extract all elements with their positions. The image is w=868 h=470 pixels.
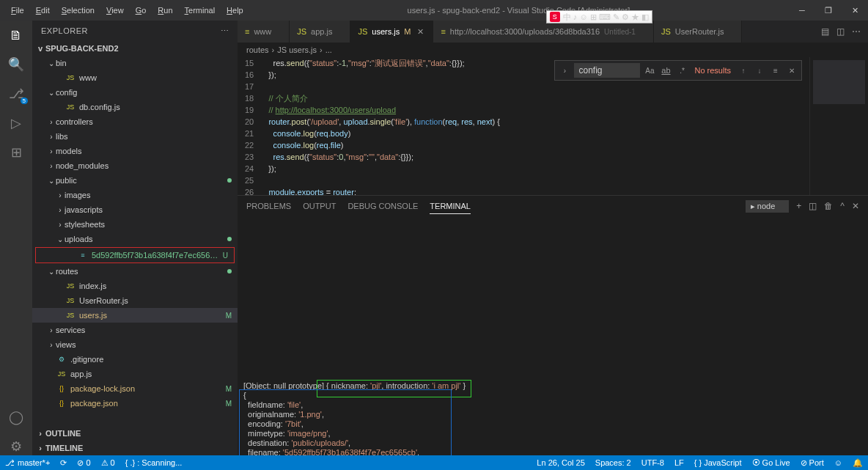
feedback-icon[interactable]: ☺ bbox=[829, 455, 847, 470]
tree-item-users-js[interactable]: JSusers.jsM bbox=[32, 308, 238, 323]
menu-view[interactable]: View bbox=[101, 3, 129, 18]
tree-item-userrouter-js[interactable]: JSUserRouter.js bbox=[32, 293, 238, 308]
close-button[interactable]: ✕ bbox=[842, 0, 868, 21]
prev-match-icon[interactable]: ↑ bbox=[737, 64, 750, 77]
accounts-icon[interactable]: ◯ bbox=[7, 408, 25, 426]
tab-www[interactable]: ≡www bbox=[238, 21, 290, 43]
ime-logo-icon: S bbox=[550, 12, 560, 22]
eol-status[interactable]: LF bbox=[669, 455, 689, 470]
branch-status[interactable]: ⎇ master*+ bbox=[0, 455, 55, 470]
menu-terminal[interactable]: Terminal bbox=[180, 3, 221, 18]
tree-item-bin[interactable]: ⌄bin bbox=[32, 56, 238, 70]
match-case-icon[interactable]: Aa bbox=[643, 64, 656, 77]
tree-item-package-json[interactable]: {}package.jsonM bbox=[32, 396, 238, 411]
tree-item-index-js[interactable]: JSindex.js bbox=[32, 279, 238, 293]
scan-status[interactable]: { .} : Scanning... bbox=[120, 455, 188, 470]
tree-item-public[interactable]: ⌄public bbox=[32, 173, 238, 188]
tree-item-www[interactable]: JSwww bbox=[32, 70, 238, 85]
tree-item-models[interactable]: ›models bbox=[32, 144, 238, 158]
tree-item-images[interactable]: ›images bbox=[32, 188, 238, 202]
kill-terminal-icon[interactable]: 🗑 bbox=[824, 201, 833, 211]
sidebar-title: EXPLORER bbox=[41, 26, 88, 35]
tree-item--gitignore[interactable]: ⚙.gitignore bbox=[32, 352, 238, 367]
tree-item-app-js[interactable]: JSapp.js bbox=[32, 367, 238, 381]
tab-app-js[interactable]: JSapp.js bbox=[290, 21, 350, 43]
menu-run[interactable]: Run bbox=[152, 3, 177, 18]
notifications-icon[interactable]: 🔔 bbox=[847, 455, 868, 470]
menu-file[interactable]: File bbox=[6, 3, 29, 18]
tree-item-controllers[interactable]: ›controllers bbox=[32, 114, 238, 129]
close-tab-icon[interactable]: ✕ bbox=[415, 26, 425, 37]
line-numbers: 15161718192021222324252627 bbox=[238, 57, 264, 195]
errors-status[interactable]: ⊘ 0 bbox=[72, 455, 95, 470]
tab-userrouter-js[interactable]: JSUserRouter.js bbox=[654, 21, 742, 43]
cursor-position[interactable]: Ln 26, Col 25 bbox=[532, 455, 589, 470]
menu-help[interactable]: Help bbox=[221, 3, 249, 18]
split-editor-icon[interactable]: ◫ bbox=[836, 26, 845, 37]
tree-item-db-config-js[interactable]: JSdb.config.js bbox=[32, 100, 238, 114]
new-terminal-icon[interactable]: + bbox=[796, 201, 801, 211]
extensions-icon[interactable]: ⊞ bbox=[7, 144, 25, 161]
encoding-status[interactable]: UTF-8 bbox=[636, 455, 669, 470]
terminal-output[interactable]: [Object: null prototype] { nickname: 'pj… bbox=[238, 216, 868, 455]
sync-button[interactable]: ⟳ bbox=[55, 455, 72, 470]
indent-status[interactable]: Spaces: 2 bbox=[590, 455, 636, 470]
split-terminal-icon[interactable]: ◫ bbox=[809, 201, 817, 211]
more-actions-icon[interactable]: ⋯ bbox=[852, 26, 861, 37]
editor-actions-icon[interactable]: ▤ bbox=[821, 26, 829, 37]
ime-toolbar[interactable]: S 中 ♪ ☺ ⊞ ⌨ ✎ ⚙ ★ ◧ bbox=[546, 10, 652, 23]
tree-item-libs[interactable]: ›libs bbox=[32, 129, 238, 144]
tree-item-config[interactable]: ⌄config bbox=[32, 85, 238, 100]
tree-item-services[interactable]: ›services bbox=[32, 323, 238, 337]
timeline-section-header[interactable]: ›TIMELINE bbox=[32, 441, 238, 455]
search-icon[interactable]: 🔍 bbox=[7, 56, 25, 73]
tab-users-js[interactable]: JSusers.jsM✕ bbox=[350, 21, 433, 43]
next-match-icon[interactable]: ↓ bbox=[753, 64, 766, 77]
outline-section-header[interactable]: ›OUTLINE bbox=[32, 426, 238, 441]
port-status[interactable]: ⊘ Port bbox=[795, 455, 829, 470]
panel-tab-output[interactable]: OUTPUT bbox=[303, 199, 336, 213]
ime-icons: 中 ♪ ☺ ⊞ ⌨ ✎ ⚙ ★ ◧ bbox=[563, 12, 649, 23]
tree-item-package-lock-json[interactable]: {}package-lock.jsonM bbox=[32, 381, 238, 396]
maximize-panel-icon[interactable]: ^ bbox=[840, 201, 845, 211]
tab-http-localhost-3000-uploads-36d8bda316[interactable]: ≡http://localhost:3000/uploads/36d8bda31… bbox=[433, 21, 654, 43]
file-tree: ⌄binJSwww⌄configJSdb.config.js›controlle… bbox=[32, 56, 238, 426]
find-in-selection-icon[interactable]: ≡ bbox=[769, 64, 782, 77]
regex-icon[interactable]: .* bbox=[675, 64, 688, 77]
breadcrumb[interactable]: routes› JS users.js› ... bbox=[238, 43, 868, 57]
terminal-selector[interactable]: ▸ node bbox=[746, 200, 790, 213]
warnings-status[interactable]: ⚠ 0 bbox=[96, 455, 120, 470]
close-find-icon[interactable]: ✕ bbox=[785, 64, 798, 77]
editor-area: ≡wwwJSapp.jsJSusers.jsM✕≡http://localhos… bbox=[238, 21, 868, 455]
match-word-icon[interactable]: ab bbox=[659, 64, 672, 77]
maximize-button[interactable]: ❐ bbox=[815, 0, 842, 21]
tree-item-uploads[interactable]: ⌄uploads bbox=[32, 232, 238, 246]
settings-icon[interactable]: ⚙ bbox=[7, 438, 25, 455]
tree-item-routes[interactable]: ⌄routes bbox=[32, 264, 238, 279]
explorer-icon[interactable]: 🗎 bbox=[7, 26, 25, 44]
panel-tab-debug-console[interactable]: DEBUG CONSOLE bbox=[347, 199, 418, 213]
project-section-header[interactable]: vSPUG-BACK-END2 bbox=[32, 41, 238, 56]
tree-item-javascripts[interactable]: ›javascripts bbox=[32, 202, 238, 217]
source-control-icon[interactable]: ⎇ bbox=[7, 85, 25, 103]
minimap[interactable] bbox=[809, 57, 868, 195]
tree-item-5d592ffb5f73b1a638f4f7e7ec6565cb[interactable]: ≡5d592ffb5f73b1a638f4f7e7ec6565cbU bbox=[36, 248, 234, 262]
run-debug-icon[interactable]: ▷ bbox=[7, 114, 25, 132]
menu-go[interactable]: Go bbox=[130, 3, 152, 18]
menu-selection[interactable]: Selection bbox=[56, 3, 100, 18]
window-controls: ─ ❐ ✕ bbox=[789, 0, 868, 21]
find-input[interactable] bbox=[574, 63, 640, 78]
panel-tab-terminal[interactable]: TERMINAL bbox=[430, 199, 471, 214]
minimize-button[interactable]: ─ bbox=[789, 0, 815, 21]
tree-item-views[interactable]: ›views bbox=[32, 337, 238, 352]
toggle-replace-icon[interactable]: › bbox=[558, 64, 571, 77]
close-panel-icon[interactable]: ✕ bbox=[852, 201, 859, 211]
menu-edit[interactable]: Edit bbox=[31, 3, 55, 18]
tree-item-node_modules[interactable]: ›node_modules bbox=[32, 158, 238, 173]
go-live-button[interactable]: ⦿ Go Live bbox=[747, 455, 795, 470]
sidebar-more-icon[interactable]: ⋯ bbox=[221, 26, 229, 36]
panel-tab-problems[interactable]: PROBLEMS bbox=[246, 199, 291, 213]
language-status[interactable]: { } JavaScript bbox=[689, 455, 747, 470]
tree-item-stylesheets[interactable]: ›stylesheets bbox=[32, 217, 238, 232]
find-results: No results bbox=[691, 66, 734, 75]
